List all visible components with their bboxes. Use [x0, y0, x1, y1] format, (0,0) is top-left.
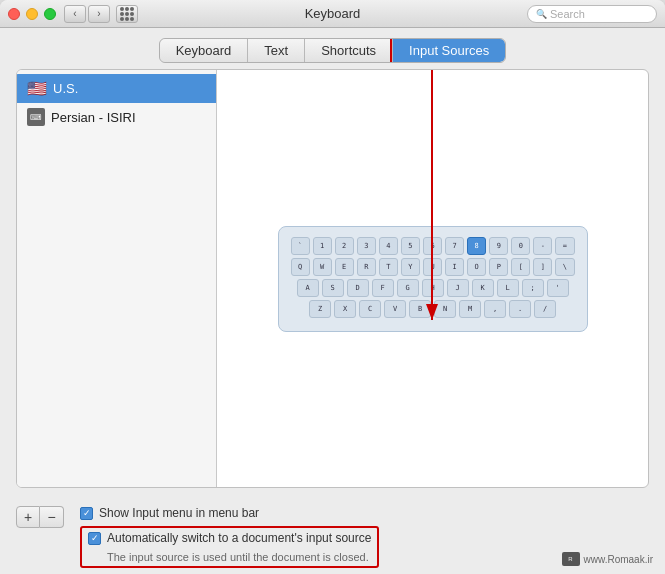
kb-key-minus: -	[533, 237, 552, 255]
watermark: R www.Romaak.ir	[562, 552, 653, 566]
kb-key-k: K	[472, 279, 494, 297]
auto-switch-label: Automatically switch to a document's inp…	[107, 531, 371, 545]
window-title: Keyboard	[305, 6, 361, 21]
back-button[interactable]: ‹	[64, 5, 86, 23]
kb-key-comma: ,	[484, 300, 506, 318]
tab-shortcuts[interactable]: Shortcuts	[305, 39, 393, 62]
kb-key-v: V	[384, 300, 406, 318]
show-input-menu-label: Show Input menu in menu bar	[99, 506, 259, 520]
nav-buttons: ‹ ›	[64, 5, 110, 23]
tab-keyboard[interactable]: Keyboard	[160, 39, 249, 62]
sidebar-item-us-label: U.S.	[53, 81, 78, 96]
add-button[interactable]: +	[16, 506, 40, 528]
close-button[interactable]	[8, 8, 20, 20]
tabs: Keyboard Text Shortcuts Input Sources	[159, 38, 507, 63]
watermark-text: www.Romaak.ir	[584, 554, 653, 565]
kb-key-o: O	[467, 258, 486, 276]
grid-icon	[120, 7, 134, 21]
kb-key-j: J	[447, 279, 469, 297]
kb-key-f: F	[372, 279, 394, 297]
kb-key-4: 4	[379, 237, 398, 255]
kb-key-backslash: \	[555, 258, 574, 276]
search-placeholder: Search	[550, 8, 585, 20]
kb-row-4: Z X C V B N M , . /	[291, 300, 575, 318]
kb-key-lbracket: [	[511, 258, 530, 276]
kb-key-e: E	[335, 258, 354, 276]
tab-text[interactable]: Text	[248, 39, 305, 62]
window: ‹ › Keyboard 🔍 Search Keyboard Text Shor…	[0, 0, 665, 574]
keyboard-visual: ` 1 2 3 4 5 6 7 8 9 0 - =	[278, 226, 588, 332]
kb-key-w: W	[313, 258, 332, 276]
sidebar-item-persian-label: Persian - ISIRI	[51, 110, 136, 125]
kb-key-backtick: `	[291, 237, 310, 255]
kb-key-i: I	[445, 258, 464, 276]
watermark-icon: R	[562, 552, 580, 566]
add-remove-buttons: + −	[16, 506, 64, 528]
auto-switch-sub: The input source is used until the docum…	[107, 551, 371, 563]
kb-key-r: R	[357, 258, 376, 276]
kb-key-y: Y	[401, 258, 420, 276]
sidebar: 🇺🇸 U.S. ⌨ Persian - ISIRI	[17, 70, 217, 487]
titlebar: ‹ › Keyboard 🔍 Search	[0, 0, 665, 28]
kb-key-s: S	[322, 279, 344, 297]
kb-row-2: Q W E R T Y U I O P [ ] \	[291, 258, 575, 276]
kb-key-l: L	[497, 279, 519, 297]
kb-key-b: B	[409, 300, 431, 318]
panel: 🇺🇸 U.S. ⌨ Persian - ISIRI ` 1 2 3 4	[16, 69, 649, 488]
kb-key-d: D	[347, 279, 369, 297]
sidebar-item-persian[interactable]: ⌨ Persian - ISIRI	[17, 103, 216, 131]
kb-key-0: 0	[511, 237, 530, 255]
main-panel: ` 1 2 3 4 5 6 7 8 9 0 - =	[217, 70, 648, 487]
kb-key-x: X	[334, 300, 356, 318]
tabs-container: Keyboard Text Shortcuts Input Sources	[0, 28, 665, 69]
show-input-menu-checkbox[interactable]: ✓	[80, 507, 93, 520]
remove-button[interactable]: −	[40, 506, 64, 528]
kb-key-quote: '	[547, 279, 569, 297]
kb-key-h: H	[422, 279, 444, 297]
show-input-menu-row: ✓ Show Input menu in menu bar	[80, 506, 649, 520]
kb-key-z: Z	[309, 300, 331, 318]
search-bar[interactable]: 🔍 Search	[527, 5, 657, 23]
kb-key-9: 9	[489, 237, 508, 255]
kb-key-equals: =	[555, 237, 574, 255]
auto-switch-box: ✓ Automatically switch to a document's i…	[80, 526, 379, 568]
kb-key-2: 2	[335, 237, 354, 255]
grid-button[interactable]	[116, 5, 138, 23]
kb-key-m: M	[459, 300, 481, 318]
kb-key-semicolon: ;	[522, 279, 544, 297]
kb-key-rbracket: ]	[533, 258, 552, 276]
kb-key-q: Q	[291, 258, 310, 276]
us-flag-icon: 🇺🇸	[27, 79, 47, 98]
sidebar-item-us[interactable]: 🇺🇸 U.S.	[17, 74, 216, 103]
kb-key-1: 1	[313, 237, 332, 255]
traffic-lights	[8, 8, 56, 20]
kb-key-t: T	[379, 258, 398, 276]
kb-key-7: 7	[445, 237, 464, 255]
content: 🇺🇸 U.S. ⌨ Persian - ISIRI ` 1 2 3 4	[0, 69, 665, 498]
kb-key-c: C	[359, 300, 381, 318]
kb-key-a: A	[297, 279, 319, 297]
auto-switch-row: ✓ Automatically switch to a document's i…	[88, 531, 371, 545]
kb-key-3: 3	[357, 237, 376, 255]
kb-key-8: 8	[467, 237, 486, 255]
kb-row-3: A S D F G H J K L ; '	[291, 279, 575, 297]
auto-switch-checkbox[interactable]: ✓	[88, 532, 101, 545]
kb-key-5: 5	[401, 237, 420, 255]
kb-row-1: ` 1 2 3 4 5 6 7 8 9 0 - =	[291, 237, 575, 255]
tab-input-sources[interactable]: Input Sources	[393, 39, 505, 62]
kb-key-g: G	[397, 279, 419, 297]
kb-key-p: P	[489, 258, 508, 276]
persian-keyboard-icon: ⌨	[27, 108, 45, 126]
search-icon: 🔍	[536, 9, 547, 19]
minimize-button[interactable]	[26, 8, 38, 20]
kb-key-period: .	[509, 300, 531, 318]
kb-key-slash: /	[534, 300, 556, 318]
kb-key-n: N	[434, 300, 456, 318]
kb-key-u: U	[423, 258, 442, 276]
forward-button[interactable]: ›	[88, 5, 110, 23]
kb-key-6: 6	[423, 237, 442, 255]
maximize-button[interactable]	[44, 8, 56, 20]
